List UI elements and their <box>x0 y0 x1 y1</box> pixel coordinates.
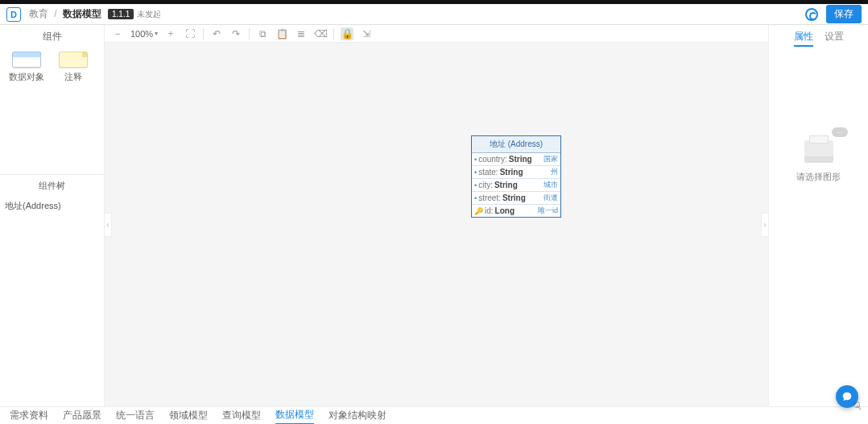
field-desc: 国家 <box>544 154 558 164</box>
collapse-right-handle[interactable]: › <box>761 213 768 237</box>
save-button[interactable]: 保存 <box>826 5 862 23</box>
data-object-icon <box>12 52 41 68</box>
component-palette: 数据对象 注释 <box>0 48 104 86</box>
empty-text: 请选择图形 <box>796 171 841 183</box>
canvas-toolbar: − 100% ▾ ＋ ⛶ ↶ ↷ ⧉ 📋 ≣ ⌫ 🔒 ⇲ <box>105 25 768 43</box>
bottom-tab-统一语言[interactable]: 统一语言 <box>116 407 155 424</box>
toolbar-separator <box>249 28 250 39</box>
zoom-text: 100% <box>130 29 153 39</box>
canvas[interactable]: ‹ › 地址 (Address) •country: String国家•stat… <box>105 43 768 406</box>
canvas-column: − 100% ▾ ＋ ⛶ ↶ ↷ ⧉ 📋 ≣ ⌫ 🔒 ⇲ ‹ › 地址 (Add… <box>105 25 768 406</box>
right-panel: 属性 设置 ··· 请选择图形 <box>768 25 868 406</box>
app-header: D 教育 / 数据模型 1.1.1 未发起 保存 <box>0 4 868 25</box>
breadcrumb: 教育 / 数据模型 <box>29 7 101 21</box>
redo-icon[interactable]: ↷ <box>229 27 242 40</box>
tab-properties[interactable]: 属性 <box>794 30 813 47</box>
drawer-icon <box>804 140 833 163</box>
field-desc: 唯一id <box>538 206 558 216</box>
sync-icon[interactable] <box>805 8 818 21</box>
palette-item-note[interactable]: 注释 <box>53 52 93 83</box>
chevron-down-icon: ▾ <box>155 30 158 37</box>
entity-field-country[interactable]: •country: String国家 <box>472 153 560 165</box>
zoom-in-icon[interactable]: ＋ <box>164 27 177 40</box>
fit-screen-icon[interactable]: ⛶ <box>184 27 196 40</box>
field-name: id: <box>485 206 494 215</box>
app-logo[interactable]: D <box>6 7 21 22</box>
bottom-tab-数据模型[interactable]: 数据模型 <box>275 406 314 424</box>
entity-field-city[interactable]: •city: String城市 <box>472 178 560 191</box>
bottom-tab-领域模型[interactable]: 领域模型 <box>169 407 208 424</box>
entity-title: 地址 (Address) <box>472 136 560 153</box>
field-type: String <box>494 181 518 189</box>
tree-item-address[interactable]: 地址(Address) <box>0 197 104 215</box>
entity-field-id[interactable]: 🔑id: Long唯一id <box>472 204 560 217</box>
bottom-tab-对象结构映射[interactable]: 对象结构映射 <box>329 407 386 424</box>
undo-icon[interactable]: ↶ <box>210 27 223 40</box>
left-panel: 组件 数据对象 注释 组件树 地址(Address) <box>0 25 105 406</box>
entity-field-state[interactable]: •state: String州 <box>472 165 560 178</box>
zoom-level[interactable]: 100% ▾ <box>130 29 158 39</box>
field-type: String <box>500 168 523 177</box>
version-badge: 1.1.1 <box>108 9 134 19</box>
bottom-tab-查询模型[interactable]: 查询模型 <box>222 407 261 424</box>
entity-field-street[interactable]: •street: String街道 <box>472 191 560 204</box>
lock-icon[interactable]: 🔒 <box>341 27 353 40</box>
field-type: String <box>509 155 532 164</box>
breadcrumb-root[interactable]: 教育 <box>29 8 48 19</box>
field-type: String <box>502 193 526 202</box>
field-dot-icon: • <box>474 194 477 202</box>
key-icon: 🔑 <box>474 207 483 215</box>
breadcrumb-current[interactable]: 数据模型 <box>63 8 101 19</box>
empty-drawer-icon: ··· <box>804 140 833 163</box>
field-name: street: <box>478 193 501 202</box>
field-type: Long <box>495 206 515 215</box>
collapse-left-handle[interactable]: ‹ <box>105 213 112 237</box>
field-name: country: <box>478 155 507 164</box>
left-panel-title: 组件 <box>0 25 104 48</box>
bottom-tabs: 需求资料产品愿景统一语言领域模型查询模型数据模型对象结构映射 <box>0 406 868 424</box>
palette-label: 注释 <box>64 71 82 83</box>
bottom-tab-产品愿景[interactable]: 产品愿景 <box>63 407 101 424</box>
palette-item-data-object[interactable]: 数据对象 <box>6 52 47 83</box>
palette-label: 数据对象 <box>9 71 44 83</box>
component-tree: 地址(Address) <box>0 197 104 406</box>
status-badge: 未发起 <box>137 9 161 20</box>
toolbar-separator <box>333 28 334 39</box>
entity-address[interactable]: 地址 (Address) •country: String国家•state: S… <box>471 135 561 218</box>
bottom-tab-需求资料[interactable]: 需求资料 <box>10 407 48 424</box>
toolbar-separator <box>203 28 204 39</box>
field-dot-icon: • <box>474 168 477 177</box>
copy-icon[interactable]: ⧉ <box>256 27 269 40</box>
list-icon[interactable]: ≣ <box>295 27 308 40</box>
delete-icon[interactable]: ⌫ <box>314 27 327 40</box>
component-tree-title: 组件树 <box>0 174 104 197</box>
right-panel-tabs: 属性 设置 <box>769 25 868 52</box>
field-name: city: <box>478 181 493 189</box>
tab-settings[interactable]: 设置 <box>825 30 844 47</box>
field-name: state: <box>478 168 498 177</box>
field-dot-icon: • <box>474 181 477 189</box>
field-desc: 城市 <box>544 180 558 190</box>
zoom-out-icon[interactable]: − <box>111 27 124 40</box>
field-desc: 街道 <box>544 193 558 203</box>
chat-icon <box>841 391 853 402</box>
empty-bubble: ··· <box>832 127 848 137</box>
field-dot-icon: • <box>474 156 477 164</box>
breadcrumb-sep: / <box>54 8 56 19</box>
note-icon <box>59 52 88 68</box>
right-panel-body: ··· 请选择图形 <box>769 52 868 406</box>
more-icon[interactable]: ⇲ <box>360 27 373 40</box>
workspace: 组件 数据对象 注释 组件树 地址(Address) − 100% ▾ ＋ ⛶ <box>0 25 868 406</box>
paste-icon[interactable]: 📋 <box>275 27 288 40</box>
field-desc: 州 <box>551 167 558 177</box>
